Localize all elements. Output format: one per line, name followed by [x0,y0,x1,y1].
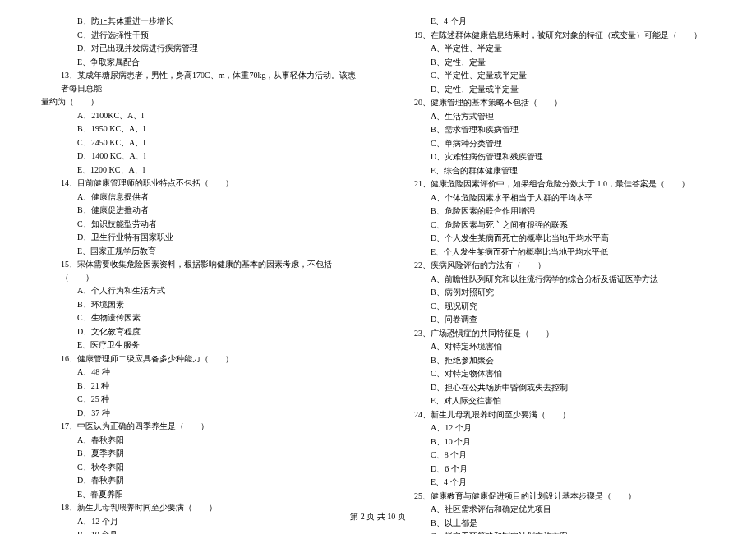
option: E、春夏养阳 [41,488,362,501]
question-15-stem: 15、宋体需要收集危险因素资料，根据影响健康的基本的因素考虑，不包括（ ） [41,258,362,283]
option: B、10 个月 [41,528,362,534]
option: C、现况研究 [394,300,715,313]
left-column: B、防止其体重进一步增长 C、进行选择性干预 D、对已出现并发病进行疾病管理 E… [41,15,362,534]
option: A、健康信息提供者 [41,191,362,204]
option: C、8 个月 [394,449,715,462]
option: B、夏季养阴 [41,447,362,460]
option: C、2450 KC、A、l [41,136,362,150]
option: C、秋冬养阳 [41,461,362,474]
option: E、1200 KC、A、l [41,163,362,177]
question-20-stem: 20、健康管理的基本策略不包括（ ） [394,96,715,109]
option: A、个人行为和生活方式 [41,284,362,297]
question-14-stem: 14、目前健康管理师的职业特点不包括（ ） [41,177,362,190]
option: B、危险因素的联合作用增强 [394,205,715,218]
exam-page: B、防止其体重进一步增长 C、进行选择性干预 D、对已出现并发病进行疾病管理 E… [0,0,756,534]
option: D、37 种 [41,407,362,420]
option: D、个人发生某病而死亡的概率比当地平均水平高 [394,232,715,245]
option: B、健康促进推动者 [41,204,362,217]
option: A、前瞻性队列研究和以往流行病学的综合分析及循证医学方法 [394,273,715,286]
option: E、综合的群体健康管理 [394,164,715,177]
option: C、半定性、定量或半定量 [394,69,715,82]
option: D、卫生行业特有国家职业 [41,231,362,244]
option: B、防止其体重进一步增长 [41,15,362,28]
option: B、拒绝参加聚会 [394,354,715,367]
option: D、灾难性病伤管理和残疾管理 [394,150,715,163]
option: C、生物遗传因素 [41,311,362,325]
option: A、12 个月 [394,421,715,435]
option: A、生活方式管理 [394,110,715,123]
option: E、医疗卫生服务 [41,338,362,352]
option: B、10 个月 [394,435,715,449]
option: D、对已出现并发病进行疾病管理 [41,42,362,55]
option: C、对特定物体害怕 [394,367,715,380]
option: C、危险因素与死亡之间有很强的联系 [394,219,715,232]
option: B、1950 KC、A、l [41,122,362,136]
option: A、半定性、半定量 [394,42,715,55]
option: D、定性、定量或半定量 [394,83,715,96]
question-21-stem: 21、健康危险因素评价中，如果组合危险分数大于 1.0，最佳答案是（ ） [394,177,715,191]
option: E、4 个月 [394,15,715,28]
option: B、病例对照研究 [394,286,715,299]
option: E、个人发生某病而死亡的概率比当地平均水平低 [394,246,715,259]
question-17-stem: 17、中医认为正确的四季养生是（ ） [41,420,362,433]
option: E、争取家属配合 [41,56,362,69]
option: B、21 种 [41,380,362,393]
option: A、2100KC、A、l [41,109,362,122]
question-16-stem: 16、健康管理师二级应具备多少种能力（ ） [41,352,362,366]
option: E、对人际交往害怕 [394,394,715,407]
option: A、春秋养阳 [41,434,362,447]
option: C、知识技能型劳动者 [41,218,362,231]
question-23-stem: 23、广场恐惧症的共同特征是（ ） [394,327,715,340]
option: A、个体危险因素水平相当于人群的平均水平 [394,191,715,205]
option: E、国家正规学历教育 [41,245,362,258]
option: C、25 种 [41,393,362,406]
option: D、6 个月 [394,463,715,476]
option: D、春秋养阴 [41,474,362,487]
option: B、定性、定量 [394,56,715,69]
page-footer: 第 2 页 共 10 页 [0,511,756,522]
option: C、单病种分类管理 [394,137,715,150]
question-22-stem: 22、疾病风险评估的方法有（ ） [394,259,715,272]
right-column: E、4 个月 19、在陈述群体健康信息结果时，被研究对象的特征（或变量）可能是（… [394,15,715,534]
question-19-stem: 19、在陈述群体健康信息结果时，被研究对象的特征（或变量）可能是（ ） [394,29,715,42]
option: C、指定干预策略和制定计划实施方案 [394,530,715,534]
option: E、4 个月 [394,476,715,489]
question-24-stem: 24、新生儿母乳喂养时间至少要满（ ） [394,408,715,421]
option: C、进行选择性干预 [41,29,362,42]
option: D、担心在公共场所中昏倒或失去控制 [394,381,715,394]
option: D、1400 KC、A、l [41,150,362,163]
option: B、需求管理和疾病管理 [394,123,715,136]
option: A、48 种 [41,366,362,379]
question-13-stem: 13、某成年糖尿病患者，男性，身高170C、m，体重70kg，从事轻体力活动。该… [41,69,362,94]
question-13-stem-cont: 量约为（ ） [41,95,362,108]
option: A、对特定环境害怕 [394,340,715,353]
option: D、问卷调查 [394,313,715,326]
question-25-stem: 25、健康教育与健康促进项目的计划设计基本步骤是（ ） [394,490,715,503]
option: D、文化教育程度 [41,325,362,338]
option: B、环境因素 [41,298,362,311]
